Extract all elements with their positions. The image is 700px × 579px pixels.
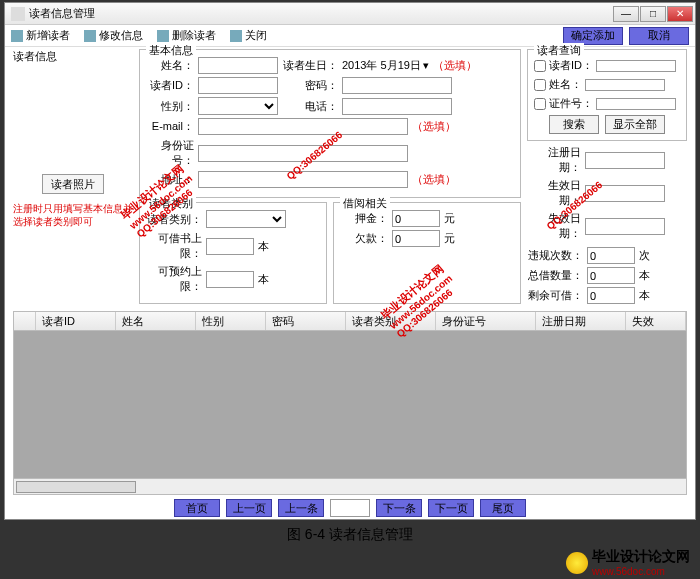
- email-input[interactable]: [198, 118, 408, 135]
- toolbar: 新增读者 修改信息 删除读者 关闭 确定添加 取消: [5, 25, 695, 47]
- query-idcard-input[interactable]: [596, 98, 676, 110]
- query-group: 读者查询 读者ID： 姓名： 证件号： 搜索 显示全部: [527, 49, 687, 141]
- app-icon: [11, 7, 25, 21]
- edit-icon: [84, 30, 96, 42]
- minimize-button[interactable]: —: [613, 6, 639, 22]
- birthday-select[interactable]: 2013年 5月19日▾: [342, 58, 429, 73]
- query-id-input[interactable]: [596, 60, 676, 72]
- cancel-button[interactable]: 取消: [629, 27, 689, 45]
- deposit-input[interactable]: [392, 210, 440, 227]
- reader-photo-button[interactable]: 读者照片: [42, 174, 104, 194]
- data-grid: 读者ID 姓名 性别 密码 读者类别 身份证号 注册日期 失效: [13, 311, 687, 495]
- titlebar: 读者信息管理 — □ ✕: [5, 3, 695, 25]
- gender-select[interactable]: [198, 97, 278, 115]
- total-borrow-input[interactable]: [587, 267, 635, 284]
- figure-caption: 图 6-4 读者信息管理: [0, 526, 700, 544]
- password-input[interactable]: [342, 77, 452, 94]
- pager: 首页 上一页 上一条 下一条 下一页 尾页: [5, 499, 695, 517]
- horizontal-scrollbar[interactable]: [13, 479, 687, 495]
- confirm-add-button[interactable]: 确定添加: [563, 27, 623, 45]
- chevron-down-icon: ▾: [423, 59, 429, 72]
- add-reader-button[interactable]: 新增读者: [11, 28, 70, 43]
- footer: 毕业设计论文网 www.56doc.com: [556, 548, 700, 577]
- edit-info-button[interactable]: 修改信息: [84, 28, 143, 43]
- search-button[interactable]: 搜索: [549, 115, 599, 134]
- show-all-button[interactable]: 显示全部: [605, 115, 665, 134]
- grid-body[interactable]: [13, 331, 687, 479]
- address-input[interactable]: [198, 171, 408, 188]
- footer-logo-icon: [566, 552, 588, 574]
- reg-date-input[interactable]: [585, 152, 665, 169]
- next-page-button[interactable]: 下一页: [428, 499, 474, 517]
- owe-input[interactable]: [392, 230, 440, 247]
- reader-category-group: 读者类别 读者类别： 可借书上限：本 可预约上限：本: [139, 202, 327, 304]
- tip-text: 注册时只用填写基本信息并选择读者类别即可: [13, 202, 133, 228]
- query-name-check[interactable]: [534, 79, 546, 91]
- loan-group: 借阅相关 押金：元 欠款：元: [333, 202, 521, 304]
- add-icon: [11, 30, 23, 42]
- delete-icon: [157, 30, 169, 42]
- idcard-input[interactable]: [198, 145, 408, 162]
- remain-input[interactable]: [587, 287, 635, 304]
- exp-date-input[interactable]: [585, 218, 665, 235]
- section-label: 读者信息: [13, 49, 133, 64]
- borrow-limit-input[interactable]: [206, 238, 254, 255]
- category-select[interactable]: [206, 210, 286, 228]
- reserve-limit-input[interactable]: [206, 271, 254, 288]
- last-page-button[interactable]: 尾页: [480, 499, 526, 517]
- prev-record-button[interactable]: 上一条: [278, 499, 324, 517]
- prev-page-button[interactable]: 上一页: [226, 499, 272, 517]
- window-title: 读者信息管理: [29, 6, 613, 21]
- query-name-input[interactable]: [585, 79, 665, 91]
- close-button[interactable]: ✕: [667, 6, 693, 22]
- query-id-check[interactable]: [534, 60, 546, 72]
- toolbar-close-button[interactable]: 关闭: [230, 28, 267, 43]
- basic-info-group: 基本信息 姓名： 读者生日： 2013年 5月19日▾ （选填） 读者ID： 密…: [139, 49, 521, 198]
- delete-reader-button[interactable]: 删除读者: [157, 28, 216, 43]
- phone-input[interactable]: [342, 98, 452, 115]
- reader-id-input[interactable]: [198, 77, 278, 94]
- violations-input[interactable]: [587, 247, 635, 264]
- basic-title: 基本信息: [146, 43, 196, 58]
- query-idcard-check[interactable]: [534, 98, 546, 110]
- first-page-button[interactable]: 首页: [174, 499, 220, 517]
- app-window: 读者信息管理 — □ ✕ 新增读者 修改信息 删除读者 关闭 确定添加 取消 读…: [4, 2, 696, 520]
- next-record-button[interactable]: 下一条: [376, 499, 422, 517]
- page-input[interactable]: [330, 499, 370, 517]
- maximize-button[interactable]: □: [640, 6, 666, 22]
- name-input[interactable]: [198, 57, 278, 74]
- eff-date-input[interactable]: [585, 185, 665, 202]
- close-icon: [230, 30, 242, 42]
- grid-header: 读者ID 姓名 性别 密码 读者类别 身份证号 注册日期 失效: [13, 311, 687, 331]
